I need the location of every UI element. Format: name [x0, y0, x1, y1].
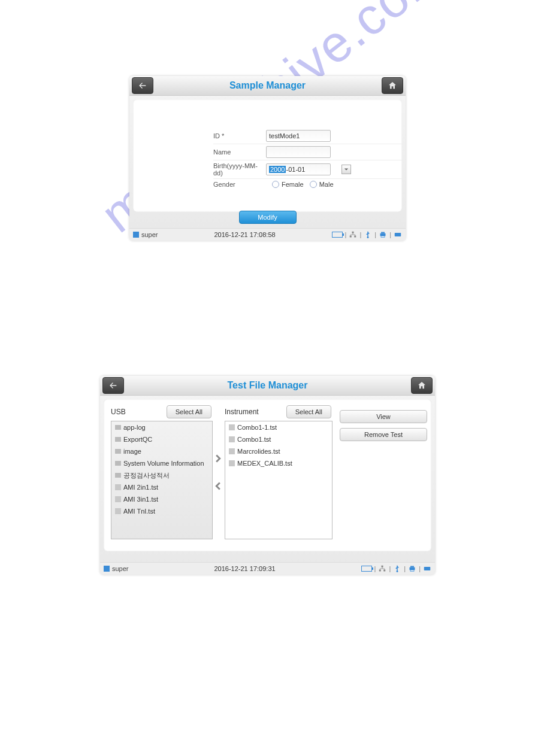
- svg-point-3: [367, 236, 369, 238]
- svg-rect-8: [382, 566, 383, 567]
- instrument-listbox[interactable]: Combo1-1.tstCombo1.tstMarcrolides.tstMED…: [225, 421, 333, 539]
- form-panel: ID * Name Birth(yyyy-MM-dd) 2000 -01-01 …: [133, 99, 402, 212]
- user-icon: [104, 566, 110, 572]
- window-title: Sample Manager: [153, 80, 382, 91]
- birth-label: Birth(yyyy-MM-dd): [213, 162, 266, 177]
- radio-female[interactable]: [272, 181, 279, 188]
- network-icon: [378, 565, 386, 572]
- birth-dropdown[interactable]: [341, 165, 351, 174]
- list-item-label: Combo1.tst: [237, 436, 271, 443]
- keyboard-icon: [394, 231, 402, 238]
- keyboard-icon: [423, 565, 431, 572]
- printer-icon: [379, 231, 387, 238]
- list-item[interactable]: Combo1-1.tst: [225, 421, 332, 433]
- folder-icon: [115, 473, 121, 478]
- move-right-button[interactable]: [213, 453, 223, 464]
- list-item-label: AMI TnI.tst: [123, 508, 155, 515]
- view-button[interactable]: View: [340, 410, 427, 423]
- transfer-arrows: [211, 405, 225, 539]
- usb-listbox[interactable]: app-logExportQCimageSystem Volume Inform…: [111, 421, 213, 539]
- file-icon: [115, 508, 121, 514]
- file-icon: [115, 484, 121, 490]
- back-button[interactable]: [132, 77, 153, 94]
- list-item-label: System Volume Information: [123, 460, 204, 467]
- name-label: Name: [213, 148, 266, 156]
- modify-button[interactable]: Modify: [239, 211, 297, 224]
- usb-column: USB Select All app-logExportQCimageSyste…: [111, 405, 211, 539]
- sample-manager-window: Sample Manager ID * Name Birth(yyyy-MM-d…: [129, 76, 406, 241]
- id-input[interactable]: [266, 130, 331, 142]
- list-item[interactable]: AMI 2in1.tst: [111, 481, 212, 493]
- list-item-label: MEDEX_CALIB.tst: [237, 460, 292, 467]
- gender-group: Female Male: [266, 181, 334, 188]
- list-item-label: AMI 2in1.tst: [123, 484, 158, 491]
- user-icon: [133, 232, 139, 238]
- home-icon: [417, 381, 427, 390]
- name-input[interactable]: [266, 146, 331, 158]
- folder-icon: [115, 437, 121, 442]
- svg-rect-9: [379, 570, 381, 572]
- row-name: Name: [213, 144, 406, 160]
- list-item-label: image: [123, 448, 141, 455]
- battery-icon: [361, 566, 372, 572]
- male-label: Male: [319, 181, 334, 188]
- list-item-label: AMI 3in1.tst: [123, 496, 158, 503]
- home-button[interactable]: [382, 77, 403, 94]
- female-label: Female: [282, 181, 304, 188]
- radio-male[interactable]: [310, 181, 317, 188]
- svg-rect-15: [424, 567, 431, 570]
- file-icon: [229, 424, 235, 430]
- back-arrow-icon: [108, 381, 118, 390]
- status-timestamp: 2016-12-21 17:08:58: [158, 231, 332, 238]
- statusbar: super 2016-12-21 17:08:58 | | | |: [129, 228, 406, 241]
- svg-rect-7: [395, 233, 401, 236]
- file-icon: [115, 496, 121, 502]
- svg-point-11: [397, 570, 398, 572]
- list-item[interactable]: System Volume Information: [111, 457, 212, 469]
- list-item[interactable]: ExportQC: [111, 433, 212, 445]
- svg-rect-13: [410, 566, 414, 567]
- instrument-select-all-button[interactable]: Select All: [286, 405, 331, 418]
- list-item[interactable]: app-log: [111, 421, 212, 433]
- back-arrow-icon: [138, 81, 147, 90]
- status-icons: | | | |: [332, 231, 402, 238]
- list-item-label: Marcrolides.tst: [237, 448, 280, 455]
- remove-test-button[interactable]: Remove Test: [340, 428, 427, 441]
- list-item[interactable]: image: [111, 445, 212, 457]
- list-item-label: Combo1-1.tst: [237, 424, 277, 431]
- svg-rect-6: [381, 236, 385, 237]
- row-id: ID *: [213, 128, 406, 144]
- list-item[interactable]: 공정검사성적서: [111, 469, 212, 481]
- folder-icon: [115, 449, 121, 454]
- birth-year-selected: 2000: [269, 166, 286, 173]
- svg-rect-0: [352, 232, 354, 233]
- status-user: super: [141, 231, 158, 238]
- birth-input[interactable]: 2000 -01-01: [266, 163, 331, 175]
- svg-rect-1: [350, 236, 352, 238]
- usb-select-all-button[interactable]: Select All: [167, 405, 211, 418]
- chevron-down-icon: [344, 167, 349, 172]
- back-button[interactable]: [102, 377, 124, 394]
- file-panel: USB Select All app-logExportQCimageSyste…: [104, 399, 431, 551]
- list-item[interactable]: AMI TnI.tst: [111, 505, 212, 517]
- folder-icon: [115, 425, 121, 430]
- svg-rect-10: [384, 570, 386, 572]
- list-item[interactable]: Combo1.tst: [225, 433, 332, 445]
- folder-icon: [115, 461, 121, 466]
- row-birth: Birth(yyyy-MM-dd) 2000 -01-01: [213, 160, 406, 179]
- move-left-button[interactable]: [213, 481, 223, 491]
- file-icon: [229, 436, 235, 442]
- list-item[interactable]: MEDEX_CALIB.tst: [225, 457, 332, 469]
- svg-rect-4: [380, 233, 386, 236]
- instrument-column: Instrument Select All Combo1-1.tstCombo1…: [225, 405, 331, 539]
- list-item[interactable]: Marcrolides.tst: [225, 445, 332, 457]
- svg-rect-5: [381, 232, 385, 233]
- instrument-label: Instrument: [225, 408, 259, 416]
- gender-label: Gender: [213, 181, 266, 188]
- list-item[interactable]: AMI 3in1.tst: [111, 493, 212, 505]
- id-label: ID *: [213, 132, 266, 139]
- home-icon: [388, 81, 397, 90]
- status-icons: | | | |: [361, 565, 431, 572]
- battery-icon: [332, 232, 343, 238]
- titlebar: Sample Manager: [129, 76, 406, 96]
